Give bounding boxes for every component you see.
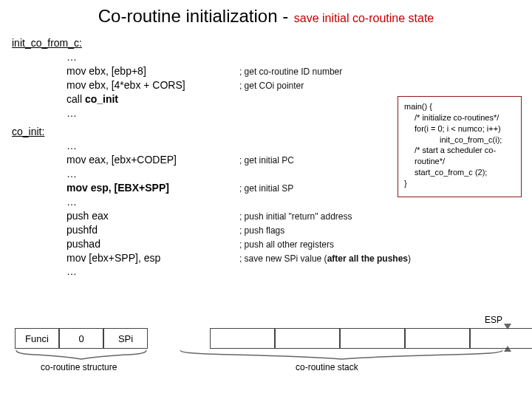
struct-cell: 0 bbox=[59, 328, 103, 349]
asm-comment: ; get COi pointer bbox=[239, 81, 304, 91]
c-line: main() { bbox=[404, 101, 515, 112]
c-line: init_co_from_c(i); bbox=[404, 134, 515, 146]
struct-cells: Funci 0 SPi bbox=[15, 328, 148, 349]
code-line: mov [ebx+SPP], esp ; save new SPi value … bbox=[66, 251, 532, 265]
asm-instr: call bbox=[66, 93, 85, 105]
asm-comment: ; save new SPi value (after all the push… bbox=[239, 253, 411, 264]
main-code-box: main() { /* initialize co-routines*/ for… bbox=[398, 96, 522, 197]
struct-cell: Funci bbox=[15, 328, 59, 349]
asm-call-target: co_init bbox=[85, 93, 118, 105]
asm-instr: mov ebx, [4*ebx + CORS] bbox=[66, 78, 236, 92]
struct-cell: SPi bbox=[103, 328, 148, 349]
c-line: /* start a scheduler co-routine*/ bbox=[404, 145, 515, 167]
brace-icon bbox=[15, 349, 148, 361]
cmt-part: ; save new SPi value ( bbox=[239, 253, 327, 264]
cmt-part: ) bbox=[408, 253, 411, 264]
title-sub: save initial co-routine state bbox=[294, 12, 434, 24]
struct-label: co-routine structure bbox=[41, 362, 117, 372]
asm-instr-bold: mov esp, [EBX+SPP] bbox=[66, 181, 236, 195]
stack-cell bbox=[340, 328, 405, 349]
brace-stack bbox=[179, 349, 504, 361]
code-line: … bbox=[66, 265, 532, 279]
c-line: } bbox=[404, 178, 515, 189]
stack-label: co-routine stack bbox=[296, 362, 358, 372]
memory-diagram: ESP Funci 0 SPi co-routine structure co-… bbox=[15, 319, 517, 378]
asm-comment: ; get initial PC bbox=[239, 155, 294, 166]
asm-instr: mov [ebx+SPP], esp bbox=[66, 251, 236, 265]
asm-instr: mov ebx, [ebp+8] bbox=[66, 64, 236, 78]
asm-instr: push eax bbox=[66, 209, 236, 223]
label-init-co-from-c: init_co_from_c: bbox=[12, 37, 532, 49]
brace-icon bbox=[179, 349, 504, 361]
asm-comment: ; get co-routine ID number bbox=[239, 66, 342, 77]
stack-cell bbox=[405, 328, 470, 349]
c-line: for(i = 0; i < numco; i++) bbox=[404, 123, 515, 134]
stack-cell bbox=[470, 328, 532, 349]
slide-title: Co-routine initialization - save initial… bbox=[0, 0, 532, 31]
stack-cell bbox=[210, 328, 275, 349]
code-line: pushfd ; push flags bbox=[66, 223, 532, 237]
cmt-bold: after all the pushes bbox=[327, 253, 408, 264]
title-main: Co-routine initialization - bbox=[98, 6, 288, 26]
code-line: … bbox=[66, 195, 532, 209]
asm-instr: pushfd bbox=[66, 223, 236, 237]
c-line: start_co_from_c (2); bbox=[404, 167, 515, 178]
stack-cells bbox=[210, 328, 532, 349]
asm-comment: ; get initial SP bbox=[239, 183, 293, 194]
code-line: … bbox=[66, 50, 532, 64]
asm-instr: mov eax, [ebx+CODEP] bbox=[66, 153, 236, 167]
code-line: pushad ; push all other registers bbox=[66, 237, 532, 251]
stack-cell bbox=[275, 328, 340, 349]
code-line: push eax ; push initial "return" address bbox=[66, 209, 532, 223]
asm-comment: ; push all other registers bbox=[239, 239, 334, 250]
c-line: /* initialize co-routines*/ bbox=[404, 112, 515, 123]
code-line: mov ebx, [4*ebx + CORS] ; get COi pointe… bbox=[66, 78, 532, 92]
brace-struct bbox=[15, 349, 148, 361]
asm-instr: pushad bbox=[66, 237, 236, 251]
code-line: mov ebx, [ebp+8] ; get co-routine ID num… bbox=[66, 64, 532, 78]
esp-label: ESP bbox=[485, 315, 502, 325]
asm-comment: ; push flags bbox=[239, 225, 284, 236]
asm-comment: ; push initial "return" address bbox=[239, 211, 352, 222]
